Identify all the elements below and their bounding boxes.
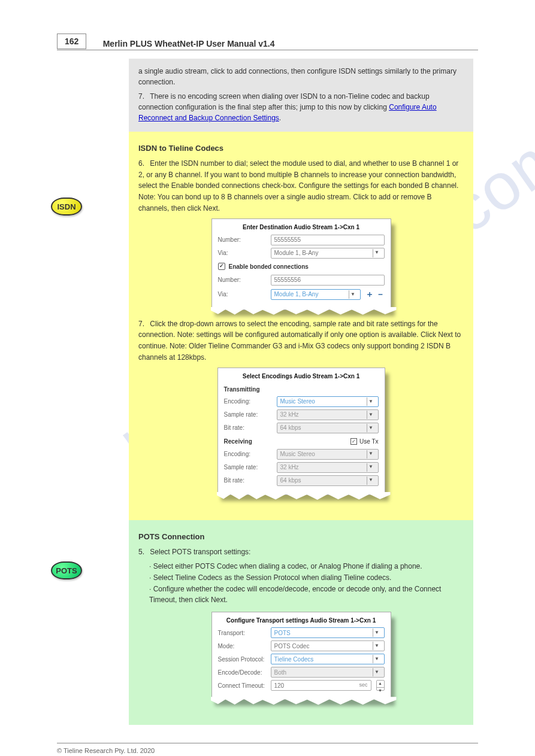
via-select-1[interactable]: Module 1, B-Any ▼ (271, 248, 385, 259)
chevron-down-icon: ▼ (377, 688, 384, 694)
rx-bitrate-label: Bit rate: (224, 476, 272, 485)
isdn-step7-num: 7. (138, 318, 148, 330)
number-label-2: Number: (218, 275, 266, 285)
use-tx-checkbox[interactable]: ✓ Use Tx (350, 437, 379, 447)
chevron-down-icon: ▼ (373, 629, 381, 637)
mode-select[interactable]: POTS Codec ▼ (271, 640, 385, 651)
gray-note-block: a single audio stream, click to add conn… (129, 59, 473, 132)
session-protocol-value: Tieline Codecs (274, 655, 314, 664)
tx-bitrate-value: 64 kbps (280, 423, 301, 433)
tx-bitrate-select[interactable]: 64 kbps ▼ (277, 423, 379, 433)
pots-bullet-2: · Select Tieline Codecs as the Session P… (149, 572, 464, 584)
rx-samplerate-select[interactable]: 32 kHz ▼ (277, 462, 379, 473)
number-input-1-value: 55555555 (274, 235, 301, 245)
gray-step-text: There is no encoding screen when dialing… (138, 92, 430, 111)
session-protocol-select[interactable]: Tieline Codecs ▼ (271, 654, 385, 664)
isdn-step7-text: Click the drop-down arrows to select the… (138, 320, 461, 362)
tx-bitrate-label: Bit rate: (224, 423, 272, 433)
chevron-down-icon: ▼ (367, 424, 375, 432)
tx-samplerate-select[interactable]: 32 kHz ▼ (277, 409, 379, 420)
chevron-down-icon: ▼ (367, 397, 375, 406)
footer-copyright: © Tieline Research Pty. Ltd. 2020 (57, 747, 155, 754)
number-label-1: Number: (218, 235, 266, 245)
chevron-down-icon: ▼ (349, 290, 357, 299)
isdn-dest-dialog: Enter Destination Audio Stream 1->Cxn 1 … (211, 218, 391, 310)
chevron-down-icon: ▼ (367, 450, 375, 459)
chevron-down-icon: ▼ (373, 655, 381, 663)
page: manualshive.com 162 Merlin PLUS WheatNet… (0, 0, 535, 756)
chevron-up-icon: ▲ (377, 681, 384, 688)
chevron-down-icon: ▼ (373, 249, 381, 257)
number-input-2[interactable]: 55555556 (271, 275, 385, 286)
doc-title: Merlin PLUS WheatNet-IP User Manual v1.4 (103, 39, 275, 48)
isdn-title: ISDN to Tieline Codecs (138, 142, 464, 154)
pots-step5-text: Select POTS transport settings: (150, 548, 250, 556)
checkbox-checked-icon: ✓ (350, 438, 357, 445)
receiving-section: Receiving ✓ Use Tx (224, 437, 379, 447)
pots-title: POTS Connection (138, 531, 464, 543)
transport-select[interactable]: POTS ▼ (271, 627, 385, 638)
via-select-1-value: Module 1, B-Any (274, 248, 319, 258)
chevron-down-icon: ▼ (367, 411, 375, 419)
checkbox-checked-icon: ✓ (218, 263, 225, 270)
use-tx-label: Use Tx (359, 437, 379, 447)
isdn-dest-dialog-title: Enter Destination Audio Stream 1->Cxn 1 (218, 223, 385, 232)
receiving-label: Receiving (224, 437, 252, 447)
plus-icon[interactable]: ＋ (365, 288, 374, 301)
pots-bullet-3: · Configure whether the codec will encod… (149, 584, 464, 606)
content-column: a single audio stream, click to add conn… (129, 59, 473, 725)
number-input-1[interactable]: 55555555 (271, 235, 385, 245)
spinner-icon[interactable]: ▲ ▼ (376, 680, 385, 691)
gray-text-top: a single audio stream, click to add conn… (138, 66, 464, 87)
mode-label: Mode: (218, 642, 266, 651)
isdn-block: ISDN to Tieline Codecs 6. Enter the ISDN… (129, 132, 473, 520)
isdn-step6-num: 6. (138, 158, 148, 169)
minus-icon[interactable]: － (376, 288, 385, 301)
connect-timeout-label: Connect Timeout: (218, 681, 266, 691)
gray-step-num: 7. (138, 91, 148, 102)
connect-timeout-value: 120 (274, 681, 285, 691)
via-label-2: Via: (218, 290, 266, 299)
pots-block: POTS Connection 5. Select POTS transport… (129, 520, 473, 725)
chevron-down-icon: ▼ (373, 642, 381, 650)
via-select-2[interactable]: Module 1, B-Any ▼ (271, 289, 361, 300)
page-number: 162 (57, 34, 86, 49)
rx-encoding-label: Encoding: (224, 450, 272, 459)
encode-decode-value: Both (274, 668, 287, 678)
tx-samplerate-label: Sample rate: (224, 410, 272, 420)
pots-bullet-1: · Select either POTS Codec when dialing … (149, 561, 464, 572)
isdn-step6-text: Enter the ISDN number to dial; select th… (138, 159, 458, 212)
chevron-down-icon: ▼ (367, 476, 375, 485)
encode-decode-select[interactable]: Both ▼ (271, 667, 385, 678)
tx-encoding-select[interactable]: Music Stereo ▼ (277, 396, 379, 407)
pots-transport-dialog: Configure Transport settings Audio Strea… (211, 612, 391, 700)
chevron-down-icon: ▼ (373, 668, 381, 676)
rx-bitrate-select[interactable]: 64 kbps ▼ (277, 475, 379, 486)
connect-timeout-input[interactable]: 120 sec (271, 680, 371, 691)
transport-value: POTS (274, 629, 291, 638)
tx-encoding-value: Music Stereo (280, 397, 315, 406)
rx-samplerate-value: 32 kHz (280, 463, 299, 472)
isdn-badge: ISDN (51, 198, 82, 215)
chevron-down-icon: ▼ (367, 463, 375, 472)
transmitting-section: Transmitting (224, 385, 379, 394)
tx-samplerate-value: 32 kHz (280, 410, 299, 420)
pots-transport-dialog-title: Configure Transport settings Audio Strea… (218, 616, 385, 626)
via-label-1: Via: (218, 248, 266, 258)
session-protocol-label: Session Protocol: (218, 655, 266, 664)
pots-step5-num: 5. (138, 546, 148, 558)
number-input-2-value: 55555556 (274, 275, 301, 285)
mode-value: POTS Codec (274, 642, 310, 651)
pots-badge: POTS (51, 561, 82, 579)
transport-label: Transport: (218, 629, 266, 638)
connect-timeout-suffix: sec (359, 681, 367, 690)
tx-encoding-label: Encoding: (224, 397, 272, 406)
via-select-2-value: Module 1, B-Any (274, 290, 319, 299)
enable-bonded-row[interactable]: ✓ Enable bonded connections (218, 262, 385, 272)
page-footer: © Tieline Research Pty. Ltd. 2020 (57, 743, 478, 754)
rx-bitrate-value: 64 kbps (280, 476, 301, 485)
enable-bonded-label: Enable bonded connections (229, 262, 309, 272)
rx-encoding-select[interactable]: Music Stereo ▼ (277, 449, 379, 460)
rx-encoding-value: Music Stereo (280, 450, 315, 459)
page-header: 162 Merlin PLUS WheatNet-IP User Manual … (57, 36, 478, 50)
